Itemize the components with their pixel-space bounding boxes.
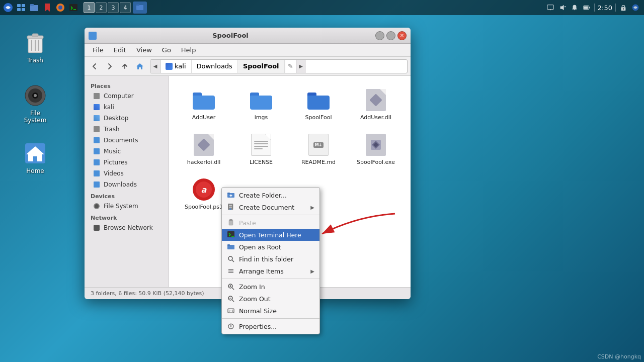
search-ctx-icon bbox=[227, 255, 235, 263]
file-license[interactable]: LICENSE bbox=[234, 129, 288, 169]
bottom-right-attribution: CSDN @hongkq bbox=[597, 353, 641, 360]
svg-line-67 bbox=[232, 300, 234, 302]
bc-downloads[interactable]: Downloads bbox=[192, 60, 238, 73]
ctx-create-folder[interactable]: Create Folder... bbox=[222, 189, 319, 201]
file-adduser-dll[interactable]: AddUser.dll bbox=[349, 84, 403, 125]
home-desktop-icon[interactable]: Home bbox=[15, 138, 55, 177]
workspace-3[interactable]: 3 bbox=[108, 2, 119, 13]
close-button[interactable]: ✕ bbox=[397, 31, 407, 40]
minimize-button[interactable] bbox=[375, 31, 384, 40]
ctx-open-terminal[interactable]: Open Terminal Here bbox=[222, 229, 319, 241]
svg-marker-16 bbox=[560, 5, 564, 11]
firefox-icon[interactable] bbox=[54, 2, 66, 14]
desktop-switcher-icon[interactable] bbox=[15, 2, 27, 14]
license-name: LICENSE bbox=[250, 159, 273, 165]
svg-rect-20 bbox=[584, 6, 588, 9]
ctx-sep-3 bbox=[222, 318, 319, 319]
svg-marker-37 bbox=[136, 63, 143, 69]
bc-spoolfool[interactable]: SpoolFool bbox=[238, 60, 285, 73]
breadcrumb-nav-left[interactable]: ◀ bbox=[150, 60, 160, 73]
lock-icon[interactable] bbox=[619, 3, 628, 12]
svg-rect-13 bbox=[547, 5, 553, 10]
fm-toolbar: ◀ kali Downloads SpoolFool ✎ ▶ bbox=[85, 57, 411, 76]
ctx-arrange-items[interactable]: Arrange Items ▶ bbox=[222, 265, 319, 277]
ctx-create-folder-label: Create Folder... bbox=[239, 192, 287, 199]
pictures-icon bbox=[93, 158, 101, 166]
sidebar-item-computer[interactable]: Computer bbox=[87, 90, 167, 102]
screen-icon[interactable] bbox=[546, 3, 555, 12]
spoolfool-exe-name: SpoolFool.exe bbox=[357, 159, 395, 165]
sidebar-item-videos[interactable]: Videos bbox=[87, 168, 167, 179]
bookmark-icon[interactable] bbox=[41, 2, 53, 14]
workspace-1[interactable]: 1 bbox=[84, 2, 95, 13]
ctx-paste[interactable]: Paste bbox=[222, 217, 319, 229]
kali-settings-icon[interactable] bbox=[631, 3, 640, 12]
kali-menu-icon[interactable] bbox=[2, 2, 14, 14]
sidebar-item-filesystem[interactable]: File System bbox=[87, 201, 167, 212]
file-adduser-folder[interactable]: AddUser bbox=[177, 84, 230, 125]
menu-go[interactable]: Go bbox=[158, 45, 175, 55]
workspace-4[interactable]: 4 bbox=[120, 2, 131, 13]
mute-icon[interactable] bbox=[558, 3, 567, 12]
up-button[interactable] bbox=[118, 59, 132, 73]
ctx-zoom-in[interactable]: Zoom In bbox=[222, 281, 319, 293]
file-spoolfool-folder[interactable]: SpoolFool bbox=[292, 84, 345, 125]
trash-desktop-icon[interactable]: Trash bbox=[15, 28, 55, 67]
sidebar-music-label: Music bbox=[104, 148, 121, 155]
taskbar-top: 1 2 3 4 bbox=[0, 0, 644, 15]
sidebar-item-downloads[interactable]: Downloads bbox=[87, 179, 167, 190]
network-header: Network bbox=[85, 212, 169, 222]
workspace-2[interactable]: 2 bbox=[96, 2, 107, 13]
sidebar-item-documents[interactable]: Documents bbox=[87, 135, 167, 146]
statusbar-text: 3 folders, 6 files: 50.9 KiB (52,140 byt… bbox=[91, 290, 204, 297]
menu-help[interactable]: Help bbox=[177, 45, 200, 55]
filesystem-desktop-icon[interactable]: File System bbox=[15, 80, 55, 127]
svg-rect-4 bbox=[22, 8, 25, 11]
places-header: Places bbox=[85, 80, 169, 90]
maximize-button[interactable] bbox=[386, 31, 395, 40]
forward-button[interactable] bbox=[103, 59, 117, 73]
battery-icon[interactable] bbox=[582, 3, 591, 12]
fm-menubar: File Edit View Go Help bbox=[85, 44, 411, 57]
file-hackerloi-dll[interactable]: hackerloi.dll bbox=[177, 129, 230, 169]
ctx-paste-label: Paste bbox=[239, 219, 256, 227]
sidebar-item-pictures[interactable]: Pictures bbox=[87, 157, 167, 168]
ctx-create-document[interactable]: Create Document ▶ bbox=[222, 201, 319, 213]
ctx-find-in-folder[interactable]: Find in this folder bbox=[222, 253, 319, 265]
sidebar-item-music[interactable]: Music bbox=[87, 146, 167, 157]
svg-rect-6 bbox=[30, 4, 34, 6]
sidebar-item-browsenetwork[interactable]: Browse Network bbox=[87, 222, 167, 233]
terminal-icon-taskbar[interactable] bbox=[67, 2, 79, 14]
back-button[interactable] bbox=[88, 59, 102, 73]
breadcrumb-edit-button[interactable]: ✎ bbox=[285, 60, 296, 73]
separator-1 bbox=[594, 4, 595, 12]
file-readme-md[interactable]: M↓ README.md bbox=[292, 129, 345, 169]
breadcrumb-nav-right[interactable]: ▶ bbox=[296, 60, 306, 73]
desktop-folder-icon bbox=[93, 114, 101, 122]
bc-home-icon bbox=[166, 63, 173, 70]
menu-view[interactable]: View bbox=[132, 45, 156, 55]
bc-home[interactable]: kali bbox=[160, 60, 192, 73]
sidebar-item-kali[interactable]: kali bbox=[87, 102, 167, 113]
spoolfool-ps1-icon: a bbox=[192, 177, 216, 202]
ctx-arrange-items-arrow: ▶ bbox=[310, 268, 314, 274]
ctx-zoom-out[interactable]: Zoom Out bbox=[222, 293, 319, 305]
active-window-btn[interactable] bbox=[133, 2, 147, 14]
menu-file[interactable]: File bbox=[89, 45, 108, 55]
imgs-folder-icon bbox=[249, 88, 273, 112]
menu-edit[interactable]: Edit bbox=[110, 45, 130, 55]
ctx-sep-2 bbox=[222, 279, 319, 279]
svg-text:1:1: 1:1 bbox=[228, 309, 233, 313]
file-manager-icon[interactable] bbox=[28, 2, 40, 14]
file-imgs-folder[interactable]: imgs bbox=[234, 84, 288, 125]
sidebar-item-desktop[interactable]: Desktop bbox=[87, 113, 167, 124]
ctx-open-as-root-label: Open as Root bbox=[239, 243, 281, 251]
ctx-normal-size[interactable]: 1:1 Normal Size bbox=[222, 305, 319, 317]
home-nav-button[interactable] bbox=[133, 59, 147, 73]
ctx-properties[interactable]: Properties... bbox=[222, 320, 319, 332]
ctx-open-as-root[interactable]: Open as Root bbox=[222, 241, 319, 253]
file-spoolfool-exe[interactable]: SpoolFool.exe bbox=[349, 129, 403, 169]
spoolfool-folder-icon bbox=[306, 88, 331, 112]
sidebar-item-trash[interactable]: Trash bbox=[87, 124, 167, 135]
bell-icon[interactable] bbox=[570, 3, 579, 12]
